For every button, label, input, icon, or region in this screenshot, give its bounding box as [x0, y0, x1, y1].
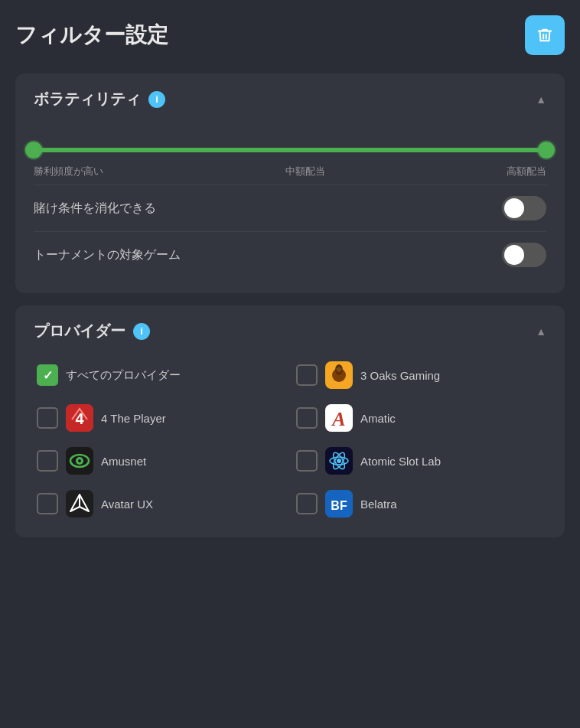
provider-logo-amatic: A [325, 404, 353, 432]
provider-logo-3oaks [325, 361, 353, 389]
provider-checkbox-avatar[interactable] [37, 493, 58, 514]
provider-logo-belatra: BF [325, 490, 353, 517]
list-item[interactable]: BF Belatra [293, 485, 546, 522]
list-item[interactable]: Atomic Slot Lab [293, 442, 546, 479]
wager-toggle-label: 賭け条件を消化できる [34, 201, 156, 217]
provider-checkbox-all[interactable] [37, 364, 58, 386]
volatility-collapse-icon[interactable]: ▲ [536, 93, 546, 106]
svg-text:BF: BF [331, 499, 347, 512]
providers-info-icon[interactable]: i [133, 323, 150, 340]
provider-name-belatra: Belatra [360, 498, 397, 511]
tournament-toggle[interactable] [502, 243, 546, 267]
provider-logo-avatar [66, 490, 93, 517]
provider-checkbox-amusnet[interactable] [37, 450, 58, 472]
page-header: フィルター設定 [15, 15, 565, 55]
volatility-slider-thumb-right[interactable] [538, 142, 555, 158]
wager-toggle-row: 賭け条件を消化できる [34, 184, 546, 231]
volatility-title: ボラティリティ [34, 89, 141, 109]
volatility-title-row: ボラティリティ i [34, 89, 165, 109]
wager-toggle[interactable] [502, 196, 546, 220]
provider-checkbox-3oaks[interactable] [296, 364, 318, 386]
providers-title-row: プロバイダー i [34, 321, 150, 341]
providers-collapse-icon[interactable]: ▲ [536, 325, 546, 338]
volatility-slider-fill [34, 148, 546, 152]
page-title: フィルター設定 [15, 21, 168, 50]
provider-name-3oaks: 3 Oaks Gaming [360, 369, 440, 382]
delete-button[interactable] [525, 15, 565, 55]
provider-name-atomicslot: Atomic Slot Lab [360, 455, 441, 468]
provider-logo-amusnet [66, 447, 93, 475]
provider-name-4player: 4 The Player [101, 412, 166, 425]
trash-icon [536, 27, 553, 44]
list-item[interactable]: 4 4 The Player [34, 400, 287, 436]
provider-logo-atomicslot [325, 447, 353, 475]
providers-section: プロバイダー i ▲ すべてのプロバイダー [15, 305, 565, 537]
volatility-section: ボラティリティ i ▲ 勝利頻度が高い 中額配当 高額配当 賭け条件を消化できる… [15, 73, 565, 293]
list-item[interactable]: すべてのプロバイダー [34, 357, 287, 393]
svg-point-3 [337, 367, 341, 372]
provider-name-amatic: Amatic [360, 412, 396, 425]
svg-text:A: A [331, 408, 345, 430]
list-item[interactable]: 3 Oaks Gaming [293, 357, 546, 393]
volatility-info-icon[interactable]: i [148, 91, 165, 108]
volatility-slider-thumb-left[interactable] [25, 142, 42, 158]
svg-point-13 [337, 459, 341, 463]
volatility-slider-track[interactable] [34, 148, 546, 152]
tournament-toggle-row: トーナメントの対象ゲーム [34, 231, 546, 278]
provider-name-amusnet: Amusnet [101, 455, 146, 468]
provider-checkbox-amatic[interactable] [296, 407, 318, 429]
list-item[interactable]: Avatar UX [34, 485, 287, 522]
volatility-section-header: ボラティリティ i ▲ [34, 89, 546, 109]
provider-name-all: すべてのプロバイダー [66, 368, 181, 383]
providers-section-header: プロバイダー i ▲ [34, 321, 546, 341]
providers-grid: すべてのプロバイダー 3 Oaks Gaming [34, 357, 546, 522]
provider-checkbox-belatra[interactable] [296, 493, 318, 514]
provider-name-avatar: Avatar UX [101, 498, 153, 511]
slider-label-mid: 中額配当 [285, 165, 325, 178]
provider-logo-4player: 4 [66, 404, 93, 432]
slider-label-low: 勝利頻度が高い [34, 165, 103, 178]
list-item[interactable]: A Amatic [293, 400, 546, 436]
slider-label-high: 高額配当 [507, 165, 546, 178]
providers-title: プロバイダー [34, 321, 125, 341]
provider-checkbox-atomicslot[interactable] [296, 450, 318, 472]
provider-checkbox-4player[interactable] [37, 407, 58, 429]
tournament-toggle-label: トーナメントの対象ゲーム [34, 247, 181, 263]
list-item[interactable]: Amusnet [34, 442, 287, 479]
svg-point-11 [78, 459, 81, 462]
volatility-slider-labels: 勝利頻度が高い 中額配当 高額配当 [34, 165, 546, 178]
volatility-slider-container: 勝利頻度が高い 中額配当 高額配当 [34, 125, 546, 184]
